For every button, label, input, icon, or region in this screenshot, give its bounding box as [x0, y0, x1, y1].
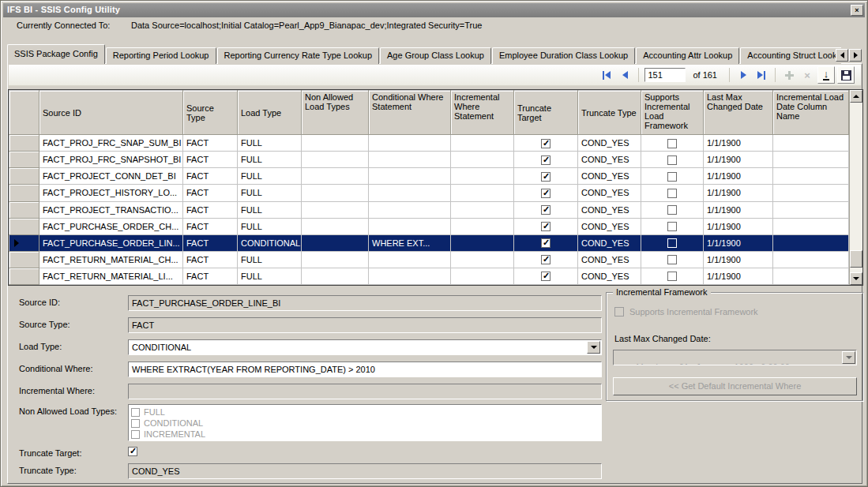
- table-row[interactable]: FACT_PROJECT_HISTORY_LO... FACT FULL CON…: [9, 185, 849, 201]
- truncate-target-checkbox[interactable]: [541, 139, 550, 148]
- tab-reporting-currency-rate-type-lookup[interactable]: Reporting Currency Rate Type Lookup: [217, 47, 380, 64]
- refresh-data-button[interactable]: ↓: [817, 66, 835, 84]
- cell-last-max-changed-date[interactable]: 1/1/1900: [704, 251, 773, 268]
- column-header-truncate-target[interactable]: Truncate Target: [514, 91, 578, 135]
- date-picker-dropdown-button[interactable]: [842, 351, 855, 364]
- list-item[interactable]: FULL: [131, 406, 601, 418]
- row-selector[interactable]: [9, 251, 39, 268]
- cell-non-allowed[interactable]: [302, 135, 369, 152]
- cell-source-type[interactable]: FACT: [183, 135, 238, 152]
- next-record-button[interactable]: [735, 67, 751, 83]
- cell-truncate-type[interactable]: COND_YES: [578, 234, 641, 251]
- table-row[interactable]: FACT_PURCHASE_ORDER_CH... FACT FULL COND…: [9, 218, 849, 234]
- cell-last-max-changed-date[interactable]: 1/1/1900: [704, 152, 773, 168]
- incremental-where-field[interactable]: [128, 384, 602, 399]
- supports-incremental-checkbox[interactable]: [667, 222, 677, 231]
- column-header-conditional-where[interactable]: Conditional Where Statement: [369, 91, 451, 135]
- table-row[interactable]: FACT_PROJECT_TRANSACTIO... FACT FULL CON…: [9, 201, 849, 218]
- incremental-checkbox[interactable]: [131, 430, 140, 439]
- cell-truncate-type[interactable]: COND_YES: [578, 168, 641, 185]
- truncate-target-checkbox[interactable]: [541, 155, 550, 165]
- cell-load-type[interactable]: CONDITIONAL: [238, 234, 302, 251]
- full-checkbox[interactable]: [131, 408, 140, 417]
- last-max-changed-date-picker[interactable]: Monday , 01 January 1900 0:00:00: [613, 350, 857, 365]
- table-row[interactable]: FACT_RETURN_MATERIAL_LI... FACT FULL CON…: [9, 268, 849, 284]
- cell-load-type[interactable]: FULL: [238, 251, 302, 268]
- cell-truncate-type[interactable]: COND_YES: [578, 268, 641, 284]
- column-header-supports-incremental[interactable]: Supports Incremental Load Framework: [641, 91, 704, 135]
- last-record-button[interactable]: [753, 67, 769, 83]
- cell-load-type[interactable]: FULL: [238, 268, 302, 284]
- cell-incremental-load-date-column[interactable]: [773, 152, 849, 168]
- cell-conditional-where[interactable]: [369, 135, 451, 152]
- cell-last-max-changed-date[interactable]: 1/1/1900: [704, 201, 773, 218]
- column-header-source-type[interactable]: Source Type: [183, 91, 238, 135]
- cell-incremental-load-date-column[interactable]: [773, 268, 849, 284]
- cell-last-max-changed-date[interactable]: 1/1/1900: [704, 218, 773, 234]
- tab-accounting-struct-lookup[interactable]: Accounting Struct Lookup: [740, 47, 841, 64]
- scrollbar-track[interactable]: [850, 103, 862, 272]
- grid-vertical-scrollbar[interactable]: [849, 90, 862, 285]
- cell-truncate-type[interactable]: COND_YES: [578, 152, 641, 168]
- cell-source-type[interactable]: FACT: [183, 152, 238, 168]
- tab-ssis-package-config[interactable]: SSIS Package Config: [7, 44, 105, 64]
- previous-record-button[interactable]: [617, 67, 633, 83]
- source-id-field[interactable]: FACT_PURCHASE_ORDER_LINE_BI: [128, 295, 602, 311]
- cell-truncate-type[interactable]: COND_YES: [578, 218, 641, 234]
- cell-source-type[interactable]: FACT: [183, 218, 238, 234]
- truncate-target-checkbox[interactable]: [541, 222, 550, 231]
- cell-incremental-load-date-column[interactable]: [773, 135, 849, 152]
- scroll-up-button[interactable]: [850, 90, 862, 103]
- cell-load-type[interactable]: FULL: [238, 201, 302, 218]
- cell-conditional-where[interactable]: [369, 268, 451, 284]
- cell-conditional-where[interactable]: [369, 218, 451, 234]
- tab-reporting-period-lookup[interactable]: Reporting Period Lookup: [106, 47, 216, 64]
- cell-truncate-type[interactable]: COND_YES: [578, 185, 641, 201]
- truncate-target-checkbox[interactable]: [541, 272, 550, 281]
- non-allowed-load-types-list[interactable]: FULL CONDITIONAL INCREMENTAL: [128, 404, 602, 441]
- cell-last-max-changed-date[interactable]: 1/1/1900: [704, 268, 773, 284]
- cell-incremental-load-date-column[interactable]: [773, 251, 849, 268]
- row-selector[interactable]: [9, 152, 39, 168]
- supports-incremental-framework-checkbox[interactable]: [614, 307, 624, 317]
- cell-source-type[interactable]: FACT: [183, 234, 238, 251]
- cell-incremental-where[interactable]: [451, 201, 514, 218]
- table-row[interactable]: FACT_PROJ_FRC_SNAP_SUM_BI FACT FULL COND…: [9, 135, 849, 152]
- cell-source-type[interactable]: FACT: [183, 268, 238, 284]
- table-row[interactable]: FACT_RETURN_MATERIAL_CH... FACT FULL CON…: [9, 251, 849, 268]
- supports-incremental-checkbox[interactable]: [667, 155, 677, 165]
- cell-source-id[interactable]: FACT_PURCHASE_ORDER_CH...: [39, 218, 183, 234]
- column-header-load-type[interactable]: Load Type: [238, 91, 302, 135]
- supports-incremental-checkbox[interactable]: [667, 172, 677, 182]
- cell-load-type[interactable]: FULL: [238, 185, 302, 201]
- cell-truncate-type[interactable]: COND_YES: [578, 201, 641, 218]
- cell-source-id[interactable]: FACT_PROJECT_TRANSACTIO...: [39, 201, 183, 218]
- cell-source-id[interactable]: FACT_PROJ_FRC_SNAPSHOT_BI: [39, 152, 183, 168]
- cell-incremental-load-date-column[interactable]: [773, 185, 849, 201]
- table-row-selected[interactable]: FACT_PURCHASE_ORDER_LIN... FACT CONDITIO…: [9, 234, 849, 251]
- row-selector[interactable]: [9, 168, 39, 185]
- row-selector[interactable]: [9, 268, 39, 284]
- cell-last-max-changed-date[interactable]: 1/1/1900: [704, 234, 773, 251]
- row-selector[interactable]: [9, 185, 39, 201]
- cell-incremental-where[interactable]: [451, 168, 514, 185]
- tab-scroll-right-button[interactable]: [849, 49, 862, 62]
- cell-source-type[interactable]: FACT: [183, 201, 238, 218]
- cell-non-allowed[interactable]: [302, 152, 369, 168]
- cell-truncate-type[interactable]: COND_YES: [578, 251, 641, 268]
- cell-conditional-where[interactable]: WHERE EXT...: [369, 234, 451, 251]
- supports-incremental-checkbox[interactable]: [667, 205, 677, 215]
- cell-non-allowed[interactable]: [302, 185, 369, 201]
- cell-non-allowed[interactable]: [302, 251, 369, 268]
- row-selector[interactable]: [9, 234, 39, 251]
- tab-employee-duration-class-lookup[interactable]: Employee Duration Class Lookup: [492, 47, 635, 64]
- truncate-target-checkbox[interactable]: [541, 189, 550, 198]
- cell-conditional-where[interactable]: [369, 185, 451, 201]
- column-header-incremental-where[interactable]: Incremental Where Statement: [451, 91, 514, 135]
- list-item[interactable]: CONDITIONAL: [131, 418, 601, 429]
- supports-incremental-checkbox[interactable]: [667, 238, 677, 248]
- column-header-truncate-type[interactable]: Truncate Type: [578, 91, 641, 135]
- cell-incremental-where[interactable]: [451, 251, 514, 268]
- supports-incremental-checkbox[interactable]: [667, 255, 677, 264]
- truncate-type-field[interactable]: COND_YES: [128, 463, 602, 479]
